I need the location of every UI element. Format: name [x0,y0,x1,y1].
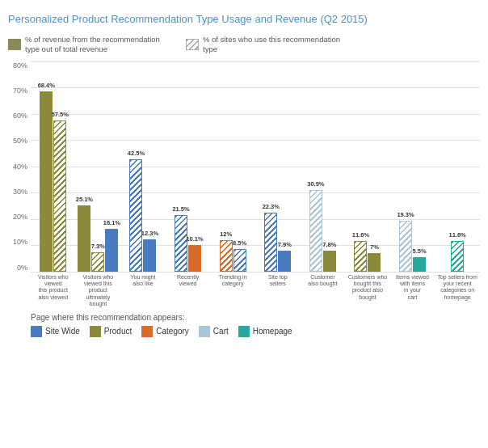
bar-value-label: 12% [220,230,232,238]
bar: 7.3% [91,252,104,272]
y-axis-label: 50% [8,137,31,145]
bottom-legend-item: Product [90,326,132,337]
bar-value-label: 8.5% [233,239,246,247]
bar-group: 25.1%7.3%16.1% [76,61,121,272]
bar: 5.5% [413,257,426,272]
y-axis-label: 20% [8,213,31,221]
bar: 12% [220,240,233,272]
bar-value-label: 12.3% [141,230,158,237]
y-axis-label: 80% [8,61,31,70]
bar-rect [278,251,291,272]
bar-group: 12%8.5% [210,61,255,272]
bottom-legend-color-box [141,326,153,337]
bottom-legend-label: Site Wide [45,327,80,336]
bar-rect [413,257,426,272]
bar-group: 11.6% [435,61,480,272]
bar-rect [309,190,322,271]
bottom-legend-item: Homepage [238,326,292,337]
bottom-legend-item: Site Wide [31,326,80,337]
bar-value-label: 7.9% [278,241,292,248]
bar-value-label: 11.6% [352,231,369,239]
bottom-legend-label: Cart [213,327,229,336]
bottom-legend-color-box [90,326,101,337]
bar-value-label: 30.9% [307,180,324,188]
bar-rect [264,213,277,271]
bar-rect [78,205,90,272]
bars-container: 68.4%57.5%25.1%7.3%16.1%42.5%12.3%21.5%1… [31,61,480,272]
legend-solid-label: % of revenue from the recommendation typ… [25,35,170,55]
legend-solid-icon [8,39,21,50]
bar-value-label: 11.6% [449,231,466,239]
bar-group: 11.6%7% [345,61,390,272]
chart-plot: 68.4%57.5%25.1%7.3%16.1%42.5%12.3%21.5%1… [31,61,480,272]
legend-solid: % of revenue from the recommendation typ… [8,35,170,55]
bar-group: 30.9%7.8% [301,61,346,272]
bar: 7.9% [278,251,291,272]
x-axis-label: Recentlyviewed [166,274,211,308]
bar-value-label: 16.1% [103,219,120,226]
bar: 57.5% [53,120,66,272]
bottom-legend-label: Category [156,327,189,336]
bottom-legend-color-box [31,326,42,337]
bottom-legend-color-box [238,326,250,337]
bottom-section: Page where this recommendation appears: … [31,313,480,337]
bar-value-label: 10.1% [186,235,203,243]
bar-group: 22.3%7.9% [255,61,301,272]
y-axis-label: 70% [8,87,31,95]
bar-rect [368,253,381,272]
bar-value-label: 7.3% [91,243,105,250]
bar: 30.9% [309,190,322,271]
bar: 22.3% [264,213,277,271]
x-axis-label: Site topsellers [255,274,301,308]
legend-hatch-icon [186,39,199,50]
bar-rect [53,120,66,272]
x-axis-labels: Visitors who viewedthis productalso view… [31,274,480,308]
legend-hatch-label: % of sites who use this recommendation t… [203,35,347,55]
bar: 8.5% [233,249,246,272]
x-axis-label: Top sellers from your recentcategories o… [435,274,480,308]
bar: 11.6% [354,241,367,272]
bottom-legend-color-box [199,326,210,337]
bar: 7.8% [323,251,336,271]
bar-value-label: 22.3% [263,203,280,210]
x-axis-label: Items viewed with itemsin yourcart [390,274,435,308]
bar: 25.1% [78,205,90,272]
bar: 10.1% [188,245,201,272]
bar-value-label: 19.3% [397,211,414,218]
bar-rect [233,249,246,272]
legend-area: % of revenue from the recommendation typ… [8,35,480,55]
y-axis-label: 10% [8,238,31,246]
bar: 12.3% [143,239,156,272]
bar-value-label: 68.4% [38,82,55,89]
bar: 16.1% [105,229,118,271]
bar-rect [354,241,367,272]
bar: 19.3% [399,221,412,272]
x-axis-label: Visitors who viewed thisproduct ultimate… [76,274,121,308]
bar-rect [399,221,412,272]
bar: 21.5% [175,215,187,272]
y-axis-label: 0% [8,264,31,272]
bar-rect [40,91,53,271]
x-axis-label: Customeralso bought [301,274,346,308]
bar: 42.5% [129,159,142,271]
bottom-legend-label: Homepage [253,327,292,336]
bar-group: 42.5%12.3% [120,61,166,272]
x-axis-label: Customers who bought thisproduct alsobou… [345,274,390,308]
bar: 68.4% [40,91,53,271]
x-axis-label: Visitors who viewedthis productalso view… [31,274,76,308]
bar-value-label: 5.5% [412,247,426,255]
bar-rect [451,241,464,272]
bar-rect [143,239,156,272]
bar-group: 68.4%57.5% [31,61,76,272]
x-axis-label: You mightalso like [120,274,166,308]
bar-rect [91,252,104,272]
bottom-legend-label: Product [104,327,132,336]
bar-value-label: 21.5% [172,205,189,213]
page-label: Page where this recommendation appears: [31,313,480,322]
x-axis-label: Trending incategory [210,274,255,308]
bottom-legend: Site WideProductCategoryCartHomepage [31,326,480,337]
bar: 11.6% [451,241,464,272]
chart-container: Personalized Product Recommendation Type… [0,0,488,448]
bar-value-label: 7% [370,243,379,251]
bar: 7% [368,253,381,272]
